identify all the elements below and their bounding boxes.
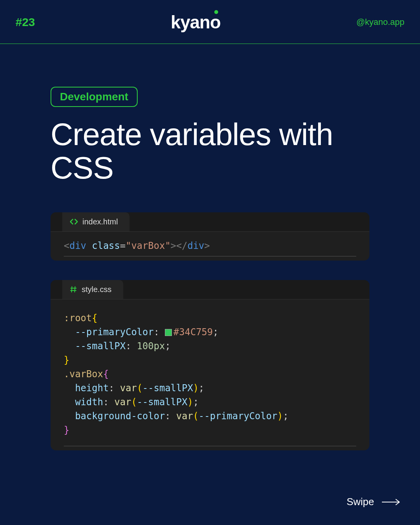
header: #23 kyano @kyano.app xyxy=(0,0,420,44)
logo-suffix: o xyxy=(210,12,220,33)
page-title: Create variables with CSS xyxy=(51,118,369,185)
filename-label: index.html xyxy=(82,217,118,226)
code-content: <div class="varBox"></div> xyxy=(51,232,369,261)
swipe-cta[interactable]: Swipe xyxy=(346,496,401,508)
tab-bar: style.css xyxy=(51,280,369,299)
social-handle: @kyano.app xyxy=(356,17,404,27)
swipe-label: Swipe xyxy=(346,496,374,508)
tab-bar: index.html xyxy=(51,212,369,232)
post-number: #23 xyxy=(16,16,35,29)
filename-label: style.css xyxy=(82,285,112,294)
arrow-right-icon xyxy=(381,499,401,506)
category-badge: Development xyxy=(51,87,138,107)
code-block-css: style.css :root{ --primaryColor: #34C759… xyxy=(51,280,369,450)
file-tab-html: index.html xyxy=(62,212,130,231)
code-icon xyxy=(70,219,78,225)
hash-icon xyxy=(70,286,77,293)
file-tab-css: style.css xyxy=(62,280,123,299)
code-content: :root{ --primaryColor: #34C759; --smallP… xyxy=(51,299,369,450)
logo: kyano xyxy=(171,12,220,33)
code-block-html: index.html <div class="varBox"></div> xyxy=(51,212,369,261)
logo-text: kyan xyxy=(171,12,210,33)
content: Development Create variables with CSS in… xyxy=(0,44,420,450)
color-swatch-icon xyxy=(165,329,172,336)
